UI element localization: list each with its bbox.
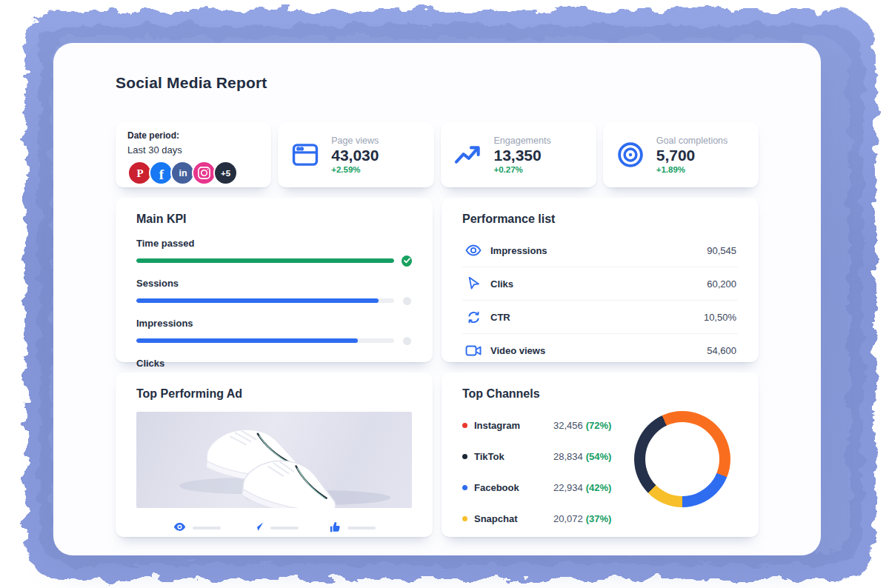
kpi-label: Time passed	[136, 238, 412, 249]
svg-text:P: P	[136, 167, 143, 179]
video-camera-icon	[465, 343, 482, 358]
stat-delta: +1.89%	[656, 165, 728, 174]
browser-icon	[290, 139, 321, 170]
progress-fill	[136, 338, 358, 343]
main-kpi-title: Main KPI	[136, 213, 412, 226]
main-kpi-panel: Main KPI Time passed Sessions	[116, 198, 433, 362]
progress-track	[136, 338, 394, 343]
metric-placeholder-line	[270, 527, 299, 529]
legend-value: 20,072	[553, 513, 583, 524]
kpi-item-impressions: Impressions	[136, 318, 412, 346]
legend-dot	[462, 454, 467, 459]
legend-value: 28,834	[553, 451, 583, 462]
stat-card-engagements: Engagements 13,350 +0.27%	[441, 122, 596, 187]
stat-card-goal-completions: Goal completions 5,700 +1.89%	[603, 122, 759, 187]
more-networks-badge[interactable]: +5	[213, 161, 238, 185]
legend-value: 22,934	[553, 482, 583, 493]
legend-value: 32,456	[553, 420, 583, 431]
ad-metric-likes	[330, 521, 376, 535]
top-ad-title: Top Performing Ad	[136, 387, 412, 401]
legend-row-tiktok: TikTok 28,834 (54%)	[462, 441, 611, 472]
social-media-report-page: Social Media Report Date period: Last 30…	[0, 0, 889, 588]
channels-legend: Instagram 32,456 (72%) TikTok 28,834 (54…	[462, 410, 611, 534]
performance-label: Impressions	[490, 245, 547, 256]
performance-label: CTR	[490, 312, 510, 323]
date-period-card: Date period: Last 30 days P f in	[116, 122, 271, 187]
performance-row-video-views: Video views 54,600	[462, 333, 738, 367]
progress-track	[136, 258, 394, 263]
top-channels-panel: Top Channels Instagram 32,456 (72%)	[442, 372, 759, 537]
legend-dot	[462, 423, 467, 428]
kpi-label: Sessions	[136, 278, 412, 289]
stat-card-page-views: Page views 43,030 +2.59%	[278, 122, 433, 187]
svg-text:f: f	[159, 167, 164, 181]
progress-track	[136, 298, 394, 303]
ad-image-sneakers[interactable]	[136, 412, 412, 508]
legend-label: Instagram	[474, 420, 553, 431]
legend-row-snapchat: Snapchat 20,072 (37%)	[462, 503, 611, 534]
stat-value: 43,030	[331, 147, 379, 164]
progress-fill	[136, 258, 394, 263]
target-icon	[615, 139, 646, 170]
more-networks-label: +5	[221, 169, 230, 178]
stat-label: Page views	[331, 136, 379, 146]
date-period-label: Date period:	[127, 130, 259, 141]
progress-end-dot	[403, 297, 411, 305]
legend-percent: (42%)	[586, 482, 612, 493]
performance-value: 54,600	[707, 345, 736, 356]
bottom-row: Top Performing Ad	[116, 372, 759, 537]
performance-list-panel: Performance list Impressions 90,545	[442, 198, 759, 362]
stat-delta: +2.59%	[331, 165, 379, 174]
legend-percent: (72%)	[586, 420, 612, 431]
top-performing-ad-panel: Top Performing Ad	[116, 372, 433, 537]
ad-metric-shares	[252, 521, 299, 535]
trend-up-icon	[453, 139, 484, 170]
network-badges: P f in	[127, 161, 259, 185]
kpi-label: Impressions	[136, 318, 412, 329]
legend-percent: (37%)	[586, 513, 612, 524]
performance-row-impressions: Impressions 90,545	[462, 233, 738, 267]
metric-placeholder-line	[193, 527, 221, 529]
cursor-click-icon	[465, 276, 482, 291]
metric-placeholder-line	[347, 527, 376, 529]
legend-row-facebook: Facebook 22,934 (42%)	[462, 472, 611, 503]
thumb-up-icon	[330, 521, 341, 535]
legend-label: TikTok	[474, 451, 553, 462]
legend-percent: (54%)	[586, 451, 612, 462]
progress-end-dot	[403, 337, 411, 345]
page-title: Social Media Report	[116, 74, 759, 92]
refresh-icon	[465, 310, 482, 324]
ad-metrics-row	[136, 521, 412, 535]
kpi-item-time-passed: Time passed	[136, 238, 412, 266]
kpi-label: Clicks	[136, 358, 412, 369]
eye-icon	[465, 243, 482, 258]
send-icon	[252, 521, 264, 535]
legend-row-instagram: Instagram 32,456 (72%)	[462, 410, 611, 441]
channels-donut-chart	[634, 411, 730, 507]
kpi-item-sessions: Sessions	[136, 278, 412, 306]
stat-value: 5,700	[656, 147, 728, 164]
performance-value: 60,200	[707, 278, 736, 290]
performance-label: Cliks	[490, 278, 513, 290]
stat-value: 13,350	[494, 147, 551, 164]
performance-value: 10,50%	[704, 312, 736, 323]
legend-label: Snapchat	[474, 513, 553, 524]
performance-value: 90,545	[707, 245, 736, 256]
stat-label: Goal completions	[656, 136, 728, 146]
performance-row-ctr: CTR 10,50%	[462, 300, 738, 333]
performance-label: Video views	[490, 345, 545, 356]
date-period-value[interactable]: Last 30 days	[127, 144, 259, 156]
kpi-row: Main KPI Time passed Sessions	[116, 198, 759, 362]
svg-text:in: in	[179, 168, 187, 178]
eye-icon	[173, 521, 186, 535]
stat-label: Engagements	[494, 136, 551, 146]
top-channels-title: Top Channels	[462, 387, 738, 401]
check-circle-icon	[402, 255, 412, 267]
legend-dot	[462, 485, 467, 490]
ad-metric-views	[173, 521, 221, 535]
performance-list-title: Performance list	[462, 213, 738, 226]
performance-row-cliks: Cliks 60,200	[462, 267, 738, 300]
report-card: Social Media Report Date period: Last 30…	[53, 43, 821, 555]
summary-row: Date period: Last 30 days P f in	[116, 122, 759, 187]
legend-label: Facebook	[474, 482, 553, 493]
